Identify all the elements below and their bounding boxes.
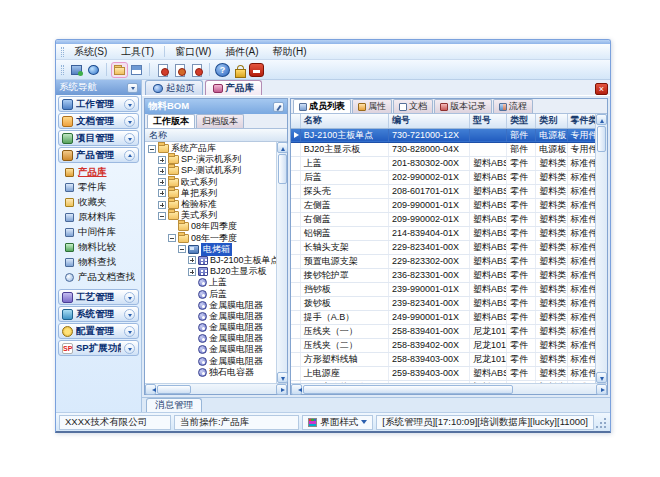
collapse-icon[interactable]	[168, 234, 176, 242]
collapse-icon[interactable]	[178, 245, 186, 253]
sidebar-group-工艺管理[interactable]: 工艺管理	[58, 289, 139, 305]
tree-vertical-scrollbar[interactable]	[276, 142, 287, 383]
table-row[interactable]: 压线夹（一）258-839401-00X尼龙1010零件塑料类标准件外协条	[291, 324, 595, 338]
table-horizontal-scrollbar[interactable]	[291, 383, 607, 394]
sidebar-item-中间件库[interactable]: 中间件库	[56, 225, 141, 240]
chevron-down-icon[interactable]	[124, 99, 135, 110]
table-row[interactable]: 预置电源支架229-823302-00X塑料ABS零件塑料类标准件外协条	[291, 254, 595, 268]
expand-icon[interactable]	[158, 178, 166, 186]
expand-icon[interactable]	[188, 256, 196, 264]
sidebar-group-项目管理[interactable]: 项目管理	[58, 130, 139, 146]
scroll-thumb[interactable]	[157, 385, 191, 394]
table-row[interactable]: 左侧盖209-990001-01X塑料ABS零件塑料类标准件外协条	[291, 198, 595, 212]
column-header-零件类型[interactable]: 零件类型	[567, 114, 595, 128]
column-header-编号[interactable]: 编号	[388, 114, 469, 128]
scroll-thumb[interactable]	[278, 154, 287, 184]
doc-remove-icon[interactable]	[189, 63, 204, 77]
table-row[interactable]: 拨钞板239-823401-00X塑料ABS零件塑料类标准件外协条	[291, 296, 595, 310]
tab-start-page[interactable]: 起始页	[145, 80, 203, 95]
ui-style-dropdown[interactable]: 界面样式	[302, 415, 373, 430]
sidebar-item-产品库[interactable]: 产品库	[56, 165, 141, 180]
sidebar-group-工作管理[interactable]: 工作管理	[58, 96, 139, 112]
chevron-up-icon[interactable]	[124, 150, 135, 161]
scroll-down-icon[interactable]	[277, 372, 288, 383]
table-row[interactable]: 后盖202-990002-01X塑料ABS零件塑料类标准件外协条	[291, 170, 595, 184]
column-header-类别[interactable]: 类别	[536, 114, 567, 128]
tree-column-header[interactable]: 名称	[145, 129, 287, 142]
scroll-down-icon[interactable]	[596, 372, 607, 383]
menu-grip[interactable]	[61, 47, 64, 57]
tree-horizontal-scrollbar[interactable]	[145, 383, 287, 394]
table-row[interactable]: 方形塑料线轴258-839403-00X尼龙1010零件塑料类标准件外协条	[291, 352, 595, 366]
chevron-down-icon[interactable]	[124, 326, 135, 337]
chevron-down-icon[interactable]	[124, 116, 135, 127]
collapse-icon[interactable]	[148, 145, 156, 153]
sidebar-group-产品管理[interactable]: 产品管理	[58, 147, 139, 163]
sidebar-item-物料查找[interactable]: 物料查找	[56, 255, 141, 270]
expand-icon[interactable]	[158, 156, 166, 164]
help-icon[interactable]: ?	[215, 63, 230, 77]
tab-成员列表[interactable]: 成员列表	[293, 99, 351, 113]
scroll-up-icon[interactable]	[596, 114, 607, 125]
table-row[interactable]: BJ20主显示板730-828000-04X部件电源板专用件外协颗	[291, 142, 595, 156]
workspace-icon[interactable]	[69, 63, 84, 77]
doc-edit-icon[interactable]	[172, 63, 187, 77]
lock-icon[interactable]	[232, 63, 247, 77]
tab-版本记录[interactable]: 版本记录	[434, 99, 492, 113]
expand-icon[interactable]	[158, 189, 166, 197]
tab-属性[interactable]: 属性	[352, 99, 392, 113]
scroll-left-icon[interactable]	[145, 384, 156, 395]
expand-icon[interactable]	[158, 167, 166, 175]
menu-item[interactable]: 工具(T)	[114, 44, 161, 60]
sidebar-item-原材料库[interactable]: 原材料库	[56, 210, 141, 225]
pin-icon[interactable]	[273, 102, 284, 112]
scroll-left-icon[interactable]	[291, 384, 302, 395]
table-row[interactable]: 右侧盖209-990002-01X塑料ABS零件塑料类标准件外协条	[291, 212, 595, 226]
sidebar-group-配置管理[interactable]: 配置管理	[58, 323, 139, 339]
scroll-up-icon[interactable]	[277, 142, 288, 153]
sidebar-item-收藏夹[interactable]: 收藏夹	[56, 195, 141, 210]
sidebar-item-产品文档查找[interactable]: 产品文档查找	[56, 270, 141, 285]
chevron-down-icon[interactable]	[124, 343, 135, 354]
column-header-名称[interactable]: 名称	[300, 114, 388, 128]
tree-node[interactable]: 独石电容器	[145, 367, 276, 378]
close-tab-icon[interactable]: ×	[595, 83, 608, 95]
menu-item[interactable]: 插件(A)	[218, 44, 265, 60]
table-row[interactable]: 提手（A.B）249-990001-01X塑料ABS零件塑料类标准件外协条	[291, 310, 595, 324]
scroll-thumb[interactable]	[303, 385, 513, 394]
column-header-类型[interactable]: 类型	[507, 114, 536, 128]
toolbar-grip[interactable]	[61, 65, 64, 75]
bom-table-icon[interactable]	[129, 63, 144, 77]
scroll-right-icon[interactable]	[596, 384, 607, 395]
web-icon[interactable]	[86, 63, 101, 77]
menu-item[interactable]: 系统(S)	[67, 44, 114, 60]
tab-message-management[interactable]: 消息管理	[146, 398, 202, 412]
menu-item[interactable]: 窗口(W)	[168, 44, 218, 60]
chevron-down-icon[interactable]	[124, 292, 135, 303]
sidebar-group-系统管理[interactable]: 系统管理	[58, 306, 139, 322]
sidebar-group-SP扩展功能[interactable]: SPSP扩展功能	[58, 340, 139, 356]
scroll-thumb[interactable]	[597, 126, 606, 152]
chevron-down-icon[interactable]	[124, 309, 135, 320]
table-row[interactable]: 上盖201-830302-00X塑料ABS零件塑料类标准件外协条	[291, 156, 595, 170]
tab-流程[interactable]: 流程	[493, 99, 533, 113]
resize-grip[interactable]	[597, 415, 607, 429]
column-header-型号[interactable]: 型号	[470, 114, 507, 128]
exit-icon[interactable]	[249, 63, 264, 77]
scroll-right-icon[interactable]	[276, 384, 287, 395]
sidebar-collapse-icon[interactable]	[127, 83, 138, 93]
table-row[interactable]: 接钞轮护罩236-823301-00X塑料ABS零件塑料类标准件外协条	[291, 268, 595, 282]
collapse-icon[interactable]	[158, 212, 166, 220]
table-row[interactable]: 上电源座259-839403-00X塑料ABS零件塑料类标准件外协条	[291, 366, 595, 380]
tab-文档[interactable]: 文档	[393, 99, 433, 113]
table-vertical-scrollbar[interactable]	[595, 114, 607, 383]
expand-icon[interactable]	[188, 268, 196, 276]
folder-open-icon[interactable]	[112, 63, 127, 77]
table-row[interactable]: 铝钢盖214-839404-01X塑料ABS零件塑料类标准件外协条	[291, 226, 595, 240]
table-row[interactable]: 挡钞板239-990001-01X塑料ABS零件塑料类标准件外协条	[291, 282, 595, 296]
expand-icon[interactable]	[158, 201, 166, 209]
tab-归档版本[interactable]: 归档版本	[196, 114, 244, 128]
tab-product-library[interactable]: 产品库	[205, 80, 263, 95]
table-row[interactable]: 探头壳208-601701-01X塑料ABS零件塑料类标准件外协条	[291, 184, 595, 198]
table-row[interactable]: 压线夹（二）258-839402-00X尼龙1010零件塑料类标准件外协条	[291, 338, 595, 352]
